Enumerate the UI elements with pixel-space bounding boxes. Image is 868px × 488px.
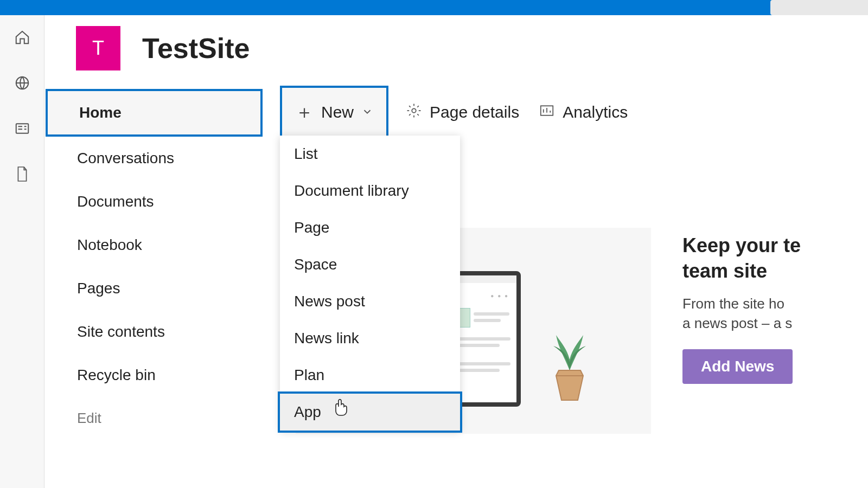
add-news-button[interactable]: Add News xyxy=(682,349,793,384)
nav-conversations[interactable]: Conversations xyxy=(46,137,263,180)
side-navigation: Home Conversations Documents Notebook Pa… xyxy=(46,89,263,440)
globe-icon[interactable] xyxy=(13,74,31,92)
command-bar: ＋ New Page details Analytics xyxy=(280,89,630,136)
new-button-label: New xyxy=(321,103,354,121)
menu-item-plan[interactable]: Plan xyxy=(280,357,460,394)
plant-illustration xyxy=(542,319,597,408)
nav-documents[interactable]: Documents xyxy=(46,180,263,223)
page-details-label: Page details xyxy=(430,103,519,121)
nav-recycle-bin[interactable]: Recycle bin xyxy=(46,354,263,397)
gear-icon xyxy=(406,102,422,123)
news-info-panel: Keep your te team site From the site ho … xyxy=(682,233,868,384)
page-details-button[interactable]: Page details xyxy=(404,96,521,129)
menu-item-space[interactable]: Space xyxy=(280,246,460,283)
menu-item-list[interactable]: List xyxy=(280,136,460,172)
site-header: T TestSite xyxy=(76,26,250,70)
document-icon[interactable] xyxy=(13,165,31,183)
plus-icon: ＋ xyxy=(295,100,314,125)
chevron-down-icon xyxy=(361,103,373,121)
info-heading: Keep your te team site xyxy=(682,233,868,284)
site-title: TestSite xyxy=(142,32,250,65)
app-top-bar xyxy=(0,0,868,15)
analytics-button[interactable]: Analytics xyxy=(537,96,630,129)
app-left-rail xyxy=(0,15,44,488)
nav-notebook[interactable]: Notebook xyxy=(46,223,263,267)
site-logo-tile[interactable]: T xyxy=(76,26,120,70)
search-box-stub[interactable] xyxy=(770,0,868,15)
menu-item-page[interactable]: Page xyxy=(280,209,460,246)
cursor-pointer-icon xyxy=(333,397,349,419)
svg-rect-1 xyxy=(16,124,28,133)
nav-home[interactable]: Home xyxy=(46,89,263,137)
menu-item-app[interactable]: App xyxy=(280,394,460,431)
nav-edit-link[interactable]: Edit xyxy=(46,397,263,440)
menu-item-news-link[interactable]: News link xyxy=(280,320,460,357)
menu-item-news-post[interactable]: News post xyxy=(280,283,460,320)
menu-item-document-library[interactable]: Document library xyxy=(280,172,460,209)
news-icon[interactable] xyxy=(13,119,31,138)
new-dropdown-menu: List Document library Page Space News po… xyxy=(280,136,460,431)
svg-point-2 xyxy=(412,108,416,113)
nav-pages[interactable]: Pages xyxy=(46,267,263,310)
home-icon[interactable] xyxy=(13,28,31,47)
new-button[interactable]: ＋ New xyxy=(280,86,388,139)
info-body: From the site ho a news post – a s xyxy=(682,294,868,333)
nav-site-contents[interactable]: Site contents xyxy=(46,310,263,354)
analytics-label: Analytics xyxy=(563,103,628,121)
chart-icon xyxy=(539,102,555,123)
